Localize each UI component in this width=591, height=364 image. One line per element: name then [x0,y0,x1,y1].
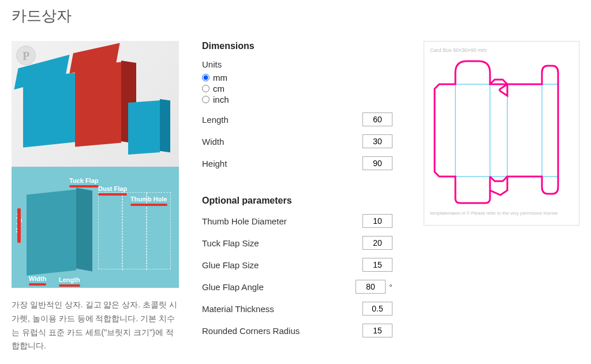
unit-cm-radio[interactable] [202,85,210,92]
photo-box-red [75,62,121,147]
sample-photo-image [12,41,179,167]
optional-heading: Optional parameters [202,196,392,206]
form-column: Dimensions Units mm cm inch Length Width… [202,41,392,346]
label-tuck-flap: Tuck Flap [69,177,99,187]
label-dust-flap: Dust Flap [98,185,127,196]
tuck-flap-label: Tuck Flap Size [202,238,362,248]
page-title: 카드상자 [12,6,579,26]
dimension-diagram: Tuck Flap Dust Flap Thumb Hole Height Wi… [12,167,179,288]
width-field: Width [202,134,392,148]
glue-angle-suffix: ° [389,282,392,292]
glue-angle-field: Glue Flap Angle ° [202,280,392,294]
unit-mm-radio[interactable] [202,74,210,81]
photo-box-small [128,100,160,155]
tuck-flap-input[interactable] [362,236,392,250]
pinterest-icon[interactable]: P [16,46,36,65]
thickness-input[interactable] [362,302,392,316]
height-field: Height [202,156,392,170]
width-label: Width [202,137,362,147]
units-label: Units [202,59,392,69]
thickness-field: Material Thickness [202,302,392,316]
preview-column: Card Box 60×30×90 mm templatemaker.nl © … [424,41,579,226]
radius-input[interactable] [362,324,392,337]
label-width: Width [29,275,46,286]
length-field: Length [202,112,392,126]
photo-box-blue [23,73,75,147]
thumb-hole-label: Thumb Hole Diameter [202,216,362,226]
glue-size-input[interactable] [362,258,392,272]
description-text: 가장 일반적인 상자. 길고 얇은 상자. 초콜릿 시가렛, 놀이용 카드 등에… [12,298,179,353]
page-layout: P Tuck Flap Dust Flap Thumb Hole Height … [12,36,579,353]
radius-label: Rounded Corners Radius [202,326,362,336]
left-column: P Tuck Flap Dust Flap Thumb Hole Height … [12,41,179,353]
tuck-flap-field: Tuck Flap Size [202,236,392,250]
unit-inch-label: inch [213,95,229,104]
label-thumb-hole: Thumb Hole [130,196,167,206]
unit-cm-row[interactable]: cm [202,84,392,93]
preview-caption-top: Card Box 60×30×90 mm [430,47,573,53]
diagram-iso-side [76,188,92,272]
height-label: Height [202,159,362,168]
thumb-hole-input[interactable] [362,214,392,228]
unit-mm-label: mm [213,73,227,82]
glue-size-field: Glue Flap Size [202,258,392,272]
unit-inch-radio[interactable] [202,96,210,103]
unit-inch-row[interactable]: inch [202,95,392,104]
glue-size-label: Glue Flap Size [202,260,362,270]
glue-angle-input[interactable] [356,280,386,294]
dieline-svg [432,55,571,205]
label-length: Length [59,276,80,287]
sample-photo: P [12,41,179,167]
preview-caption-bottom: templatemaker.nl © Please refer to the v… [430,211,573,216]
thumb-hole-field: Thumb Hole Diameter [202,214,392,228]
length-label: Length [202,115,362,125]
height-input[interactable] [362,156,392,170]
photo-box-small-side [160,99,170,153]
length-input[interactable] [362,112,392,126]
glue-angle-label: Glue Flap Angle [202,282,356,292]
width-input[interactable] [362,134,392,148]
thickness-label: Material Thickness [202,304,362,314]
radius-field: Rounded Corners Radius [202,324,392,337]
dieline-preview[interactable]: Card Box 60×30×90 mm templatemaker.nl © … [424,41,579,226]
diagram-iso-front [27,189,76,275]
unit-cm-label: cm [213,84,225,93]
unit-mm-row[interactable]: mm [202,73,392,82]
dimensions-heading: Dimensions [202,41,392,51]
